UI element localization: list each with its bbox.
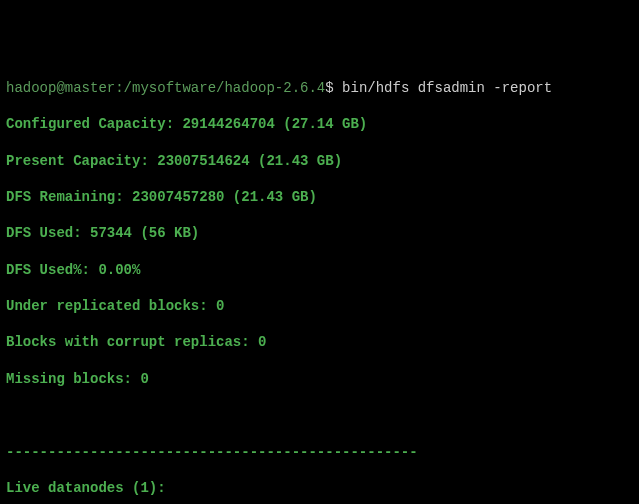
configured-capacity: Configured Capacity: 29144264704 (27.14 …: [6, 115, 633, 133]
separator: ----------------------------------------…: [6, 443, 633, 461]
dfs-remaining: DFS Remaining: 23007457280 (21.43 GB): [6, 188, 633, 206]
prompt-path: :/mysoftware/hadoop-2.6.4: [115, 80, 325, 96]
dfs-used-pct: DFS Used%: 0.00%: [6, 261, 633, 279]
prompt-dollar: $: [325, 80, 333, 96]
present-capacity: Present Capacity: 23007514624 (21.43 GB): [6, 152, 633, 170]
live-datanodes-header: Live datanodes (1):: [6, 479, 633, 497]
prompt-line[interactable]: hadoop@master:/mysoftware/hadoop-2.6.4$ …: [6, 79, 633, 97]
prompt-user-host: hadoop@master: [6, 80, 115, 96]
command-text: bin/hdfs dfsadmin -report: [342, 80, 552, 96]
blank-line-1: [6, 406, 633, 424]
corrupt-blocks: Blocks with corrupt replicas: 0: [6, 333, 633, 351]
missing-blocks: Missing blocks: 0: [6, 370, 633, 388]
dfs-used: DFS Used: 57344 (56 KB): [6, 224, 633, 242]
under-replicated: Under replicated blocks: 0: [6, 297, 633, 315]
